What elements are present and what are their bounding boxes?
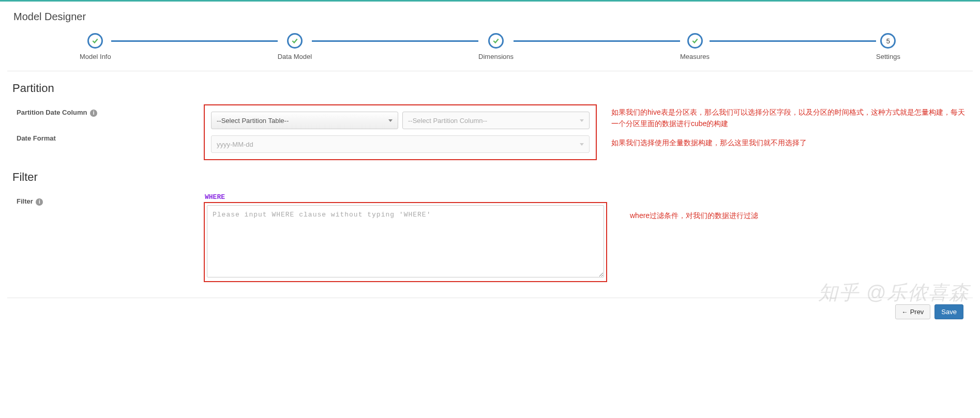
step-label: Dimensions: [478, 53, 514, 60]
step-circle: [488, 33, 504, 49]
info-icon[interactable]: i: [90, 110, 97, 117]
filter-annotation-text: where过滤条件，对我们的数据进行过滤: [622, 210, 968, 221]
chevron-down-icon: [580, 119, 584, 122]
check-icon: [492, 37, 500, 44]
chevron-down-icon: [388, 119, 393, 122]
step-settings[interactable]: 5 Settings: [876, 33, 900, 60]
select-placeholder: --Select Partition Column--: [408, 117, 487, 125]
step-measures[interactable]: Measures: [680, 33, 710, 60]
partition-select-row: --Select Partition Table-- --Select Part…: [211, 112, 590, 129]
partition-controls-highlight: --Select Partition Table-- --Select Part…: [204, 104, 597, 160]
step-data-model[interactable]: Data Model: [278, 33, 312, 60]
prev-button-label: Prev: [910, 308, 924, 316]
date-format-value: yyyy-MM-dd: [217, 141, 253, 148]
filter-controls: WHERE: [204, 193, 607, 282]
filter-annotation-wrap: where过滤条件，对我们的数据进行过滤: [607, 193, 973, 221]
annotation-text: 如果我们选择使用全量数据构建，那么这里我们就不用选择了: [611, 137, 968, 148]
model-designer-container: Model Designer Model Info Data Model Dim…: [0, 0, 980, 329]
prev-button[interactable]: ← Prev: [895, 304, 931, 319]
partition-heading: Partition: [12, 82, 973, 95]
step-circle: 5: [880, 33, 896, 49]
save-button-label: Save: [941, 308, 957, 316]
partition-labels-col: Partition Date Column i Date Format: [7, 104, 204, 142]
annotation-text: 如果我们的hive表是分区表，那么我们可以选择分区字段，以及分区的时间格式，这种…: [611, 106, 968, 130]
step-label: Measures: [680, 53, 710, 60]
step-dimensions[interactable]: Dimensions: [478, 33, 514, 60]
divider: [7, 71, 973, 71]
step-model-info[interactable]: Model Info: [80, 33, 111, 60]
wizard-stepper: Model Info Data Model Dimensions Measure…: [7, 33, 973, 60]
where-keyword-label: WHERE: [204, 193, 607, 201]
footer-bar: ← Prev Save: [7, 298, 973, 323]
step-label: Data Model: [278, 53, 312, 60]
select-placeholder: --Select Partition Table--: [217, 117, 289, 125]
info-icon[interactable]: i: [36, 198, 43, 206]
filter-heading: Filter: [12, 171, 973, 184]
where-clause-textarea[interactable]: [207, 205, 604, 277]
chevron-down-icon: [580, 143, 584, 146]
page-title: Model Designer: [7, 11, 973, 23]
date-format-select[interactable]: yyyy-MM-dd: [211, 135, 590, 153]
step-number: 5: [886, 37, 890, 45]
partition-form-area: Partition Date Column i Date Format --Se…: [7, 104, 973, 160]
filter-label: Filter i: [7, 193, 204, 206]
step-label: Model Info: [80, 53, 111, 60]
step-circle: [87, 33, 103, 49]
step-label: Settings: [876, 53, 900, 60]
partition-date-column-label: Partition Date Column i: [7, 104, 204, 117]
check-icon: [92, 37, 99, 44]
filter-highlight-box: [204, 202, 607, 282]
partition-annotation: 如果我们的hive表是分区表，那么我们可以选择分区字段，以及分区的时间格式，这种…: [597, 104, 973, 156]
date-format-label: Date Format: [7, 130, 204, 142]
partition-column-select[interactable]: --Select Partition Column--: [402, 112, 590, 129]
save-button[interactable]: Save: [934, 304, 963, 319]
step-connector: [111, 40, 278, 42]
partition-table-select[interactable]: --Select Partition Table--: [211, 112, 398, 129]
check-icon: [691, 37, 699, 44]
step-circle: [287, 33, 303, 49]
step-connector: [710, 40, 876, 42]
check-icon: [291, 37, 298, 44]
step-circle: [687, 33, 703, 49]
arrow-left-icon: ←: [902, 308, 908, 316]
step-connector: [312, 40, 478, 42]
step-connector: [514, 40, 680, 42]
filter-form-row: Filter i WHERE where过滤条件，对我们的数据进行过滤: [7, 193, 973, 282]
